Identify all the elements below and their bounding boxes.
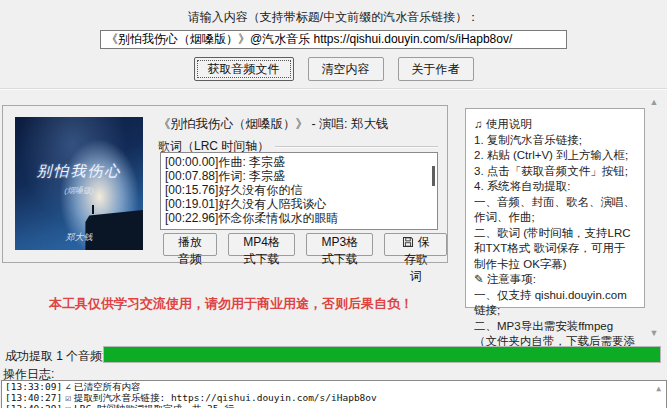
play-audio-button[interactable]: 播放音频 (163, 233, 217, 256)
notes-title-row: ✎注意事项: (474, 272, 636, 288)
log-message: 提取到汽水音乐链接: https://qishui.douyin.com/s/i… (74, 392, 377, 403)
album-title-text: 别怕我伤心 (15, 162, 143, 181)
fetch-audio-button[interactable]: 获取音频文件 (194, 57, 294, 81)
album-person-silhouette (92, 205, 94, 214)
top-button-row: 获取音频文件 清空内容 关于作者 (0, 57, 667, 81)
log-message: LRC 时间轴歌词提取完成，共 35 行 (74, 403, 234, 408)
instruction-step: 1. 复制汽水音乐链接; (474, 133, 636, 149)
lyric-line[interactable]: [00:19.01]好久没有人陪我谈心 (165, 197, 433, 211)
lyric-line[interactable]: [00:00.00]作曲: 李宗盛 (165, 155, 433, 169)
log-timestamp: [13:33:09] (5, 381, 62, 392)
checked-checkbox-icon: ☑ (65, 403, 71, 408)
song-info-panel: 别怕我伤心 (烟嗓版) 郑大钱 《别怕我伤心（烟嗓版）》 - 演唱: 郑大钱 歌… (2, 105, 448, 263)
instruction-step: 3. 点击「获取音频文件」按钮; (474, 164, 636, 180)
mp3-download-button[interactable]: MP3格式下载 (306, 233, 373, 256)
progress-fill (104, 347, 660, 362)
lyric-line[interactable]: [00:15.76]好久没有你的信 (165, 183, 433, 197)
instructions-title: 使用说明 (486, 118, 532, 130)
clear-content-button[interactable]: 清空内容 (308, 57, 384, 81)
checked-checkbox-icon: ☑ (65, 392, 71, 403)
album-cliff-art (15, 117, 143, 250)
log-message: 已清空所有内容 (74, 381, 141, 392)
album-subtitle-text: (烟嗓版) (15, 185, 143, 196)
input-instruction-label: 请输入内容（支持带标题/中文前缀的汽水音乐链接）： (0, 9, 667, 26)
music-note-icon: ♫ (474, 118, 483, 130)
log-entry: [13:40:29]☑LRC 时间轴歌词提取完成，共 35 行 (5, 404, 663, 408)
pushpin-icon: ✎ (474, 273, 484, 285)
album-signature-text: 郑大钱 (15, 231, 143, 244)
instruction-step: 2. 粘贴 (Ctrl+V) 到上方输入框; (474, 148, 636, 164)
lyric-line[interactable]: [00:07.88]作词: 李宗盛 (165, 169, 433, 183)
song-title: 《别怕我伤心（烟嗓版）》 - 演唱: 郑大钱 (158, 116, 389, 133)
groupbox-line (275, 146, 438, 148)
scroll-down-icon[interactable]: ▼ (645, 328, 663, 338)
instruction-step: 一、音频、封面、歌名、演唱、作词、作曲; (474, 195, 636, 226)
content-scrollbar[interactable]: ▲ ▼ (645, 95, 663, 340)
note-line: 一、仅支持 qishui.douyin.com 链接; (474, 288, 636, 319)
lyrics-listbox[interactable]: [00:00.00]作曲: 李宗盛 [00:07.88]作词: 李宗盛 [00:… (160, 152, 438, 230)
notes-title: 注意事项: (487, 273, 536, 285)
instruction-step: 4. 系统将自动提取: (474, 179, 636, 195)
lyric-line[interactable]: [00:22.96]怀念你柔情似水的眼睛 (165, 211, 433, 225)
progress-bar (103, 346, 661, 363)
log-timestamp: [13:40:29] (5, 403, 62, 408)
instruction-step: 二、歌词 (带时间轴，支持LRC和TXT格式 歌词保存，可用于制作卡拉 OK字幕… (474, 226, 636, 273)
music-link-input[interactable] (100, 30, 567, 49)
log-listbox[interactable]: [13:33:09]∠已清空所有内容 [13:40:27]☑提取到汽水音乐链接:… (1, 380, 667, 408)
save-icon (402, 236, 414, 248)
lyrics-scrollbar-thumb[interactable] (432, 166, 435, 186)
mp4-download-button[interactable]: MP4格式下载 (228, 233, 295, 256)
disclaimer-text: 本工具仅供学习交流使用，请勿用于商业用途，否则后果自负！ (0, 295, 462, 313)
about-author-button[interactable]: 关于作者 (398, 57, 474, 81)
section-divider (0, 88, 667, 90)
album-cover: 别怕我伤心 (烟嗓版) 郑大钱 (15, 117, 143, 250)
save-lyrics-button[interactable]: 保存歌词 (384, 233, 447, 256)
song-button-row: 播放音频 MP4格式下载 MP3格式下载 保存歌词 (163, 233, 447, 256)
broom-icon: ∠ (65, 381, 71, 392)
instructions-title-row: ♫使用说明 (474, 117, 636, 133)
log-scroll-up-icon[interactable]: ▲ (656, 384, 661, 395)
scroll-up-icon[interactable]: ▲ (645, 97, 663, 107)
note-line: 二、MP3导出需安装ffmpeg (474, 319, 636, 335)
instructions-panel: ♫使用说明 1. 复制汽水音乐链接; 2. 粘贴 (Ctrl+V) 到上方输入框… (465, 108, 645, 308)
log-timestamp: [13:40:27] (5, 392, 62, 403)
